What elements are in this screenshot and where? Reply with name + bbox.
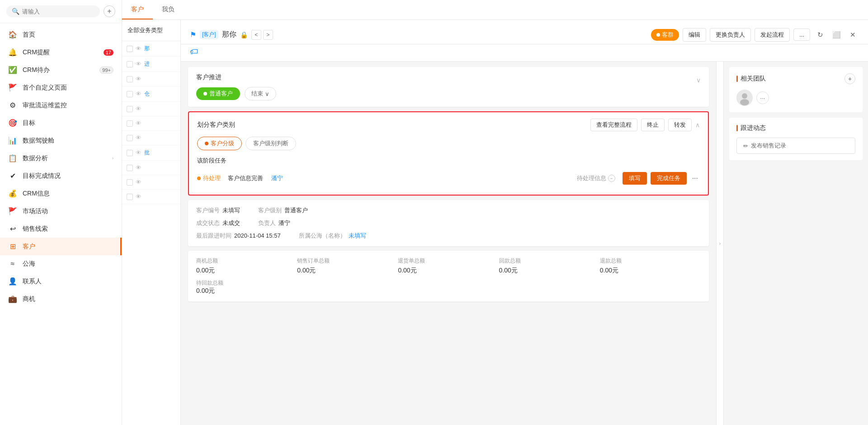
nav-icon-custom-page: 🚩	[8, 83, 17, 92]
team-title-label: 相关团队	[741, 75, 766, 83]
progress-collapse-icon[interactable]: ∨	[696, 76, 701, 84]
flow-step-1[interactable]: 客户级别判断	[245, 137, 296, 150]
row-checkbox-3[interactable]	[127, 91, 133, 97]
field-customer-level: 客户级别 普通客户	[258, 206, 308, 215]
add-member-button[interactable]: +	[844, 73, 855, 84]
task-more-button-0[interactable]: ···	[690, 173, 700, 183]
sidebar-item-sea[interactable]: ≈ 公海	[0, 255, 122, 272]
panel-collapse-button[interactable]: ›	[716, 62, 723, 425]
search-box[interactable]: 🔍	[6, 5, 100, 17]
flow-task-section: 该阶段任务 待处理 客户信息完善 潘宁 待处理信息	[197, 157, 700, 188]
sidebar-item-data-analysis[interactable]: 📋 数据分析 ›	[0, 149, 122, 167]
row-checkbox-7[interactable]	[127, 150, 133, 156]
row-checkbox-1[interactable]	[127, 61, 133, 67]
sidebar-item-target-completion[interactable]: ✔ 目标完成情况	[0, 167, 122, 185]
detail-title: 那你	[222, 30, 236, 39]
expand-button[interactable]: ⬜	[830, 29, 843, 41]
stage-button[interactable]: 普通客户	[196, 87, 240, 100]
row-checkbox-2[interactable]	[127, 76, 133, 82]
next-button[interactable]: >	[263, 30, 273, 40]
nav-label-contacts: 联系人	[23, 277, 113, 286]
flow-header-actions: 查看完整流程 终止 转发 ∧	[590, 119, 700, 131]
nav-label-custom-page: 首个自定义页面	[23, 84, 113, 92]
more-actions-button[interactable]: ...	[793, 29, 810, 41]
team-member-row: ···	[736, 90, 855, 106]
row-checkbox-4[interactable]	[127, 106, 133, 112]
forward-flow-button[interactable]: 转发	[668, 119, 692, 131]
row-link-3[interactable]: 仓	[144, 90, 176, 98]
refresh-button[interactable]: ↻	[814, 29, 826, 41]
sidebar-item-custom-page[interactable]: 🚩 首个自定义页面	[0, 79, 122, 96]
nav-icon-customer: ⊞	[8, 242, 17, 251]
sidebar-item-crm-remind[interactable]: 🔔 CRM提醒 17	[0, 43, 122, 61]
stat-item-3: 回款总额 0.00元	[499, 257, 600, 275]
row-checkbox-0[interactable]	[127, 46, 133, 52]
customer-label: [客户]	[200, 30, 218, 39]
task-info-label-0: 待处理信息	[577, 174, 606, 182]
change-owner-button[interactable]: 更换负责人	[710, 28, 751, 42]
sidebar-item-crm-info[interactable]: 💰 CRM信息	[0, 185, 122, 202]
flow-collapse-icon[interactable]: ∧	[695, 121, 700, 129]
stat-item-0: 商机总额 0.00元	[196, 257, 297, 275]
row-checkbox-6[interactable]	[127, 135, 133, 141]
publish-sales-record-button[interactable]: ✏ 发布销售记录	[736, 138, 855, 154]
sidebar-item-home[interactable]: 🏠 首页	[0, 26, 122, 43]
sidebar-item-data-cockpit[interactable]: 📊 数据驾驶舱	[0, 132, 122, 149]
prev-button[interactable]: <	[251, 30, 261, 40]
nav-label-data-analysis: 数据分析	[23, 154, 107, 162]
row-link-7[interactable]: 批	[144, 149, 176, 157]
task-assignee-0[interactable]: 潘宁	[271, 174, 570, 182]
search-input[interactable]	[22, 8, 94, 15]
end-button[interactable]: 结束 ∨	[245, 87, 276, 100]
team-section: 相关团队 + ···	[729, 67, 863, 112]
member-more-button[interactable]: ···	[756, 91, 769, 104]
close-button[interactable]: ✕	[846, 29, 859, 41]
tab-customer[interactable]: 客户	[122, 0, 153, 19]
add-button[interactable]: +	[104, 5, 115, 17]
row-link-0[interactable]: 那	[144, 45, 176, 53]
list-filter[interactable]: 全部业务类型	[122, 20, 180, 41]
row-link-1[interactable]: 进	[144, 60, 176, 68]
sidebar-item-workflow[interactable]: ⚙ 审批流运维监控	[0, 96, 122, 114]
sidebar-item-contacts[interactable]: 👤 联系人	[0, 272, 122, 290]
field-label-customer-id: 客户编号	[196, 206, 220, 215]
info-row-2: 最后跟进时间 2020-11-04 15:57 所属公海（名称） 未填写	[196, 232, 701, 240]
sidebar-item-market[interactable]: 🚩 市场活动	[0, 202, 122, 220]
sidebar-item-leads[interactable]: ↩ 销售线索	[0, 220, 122, 238]
stat-item-4: 退款总额 0.00元	[600, 257, 701, 275]
start-flow-button[interactable]: 发起流程	[755, 28, 790, 42]
flow-step-0[interactable]: 客户分级	[197, 137, 242, 150]
tag-button[interactable]: 客群	[651, 29, 679, 41]
field-label-owner: 负责人	[258, 219, 276, 227]
task-name-0: 客户信息完善	[228, 174, 264, 182]
row-eye-icon-6: 👁	[136, 134, 142, 141]
list-row-0: 👁 那	[122, 41, 180, 57]
progress-card: 客户推进 ∨ 普通客户 结束 ∨	[188, 67, 709, 107]
nav-icon-target-completion: ✔	[8, 172, 17, 180]
list-row-10: 👁	[122, 190, 180, 204]
filter-button[interactable]: 全部业务类型	[127, 24, 175, 36]
orange-bar-2	[736, 125, 738, 131]
nav-label-crm-info: CRM信息	[23, 190, 113, 198]
nav-label-crm-todo: CRM待办	[23, 66, 94, 74]
edit-button[interactable]: 编辑	[683, 28, 706, 42]
row-eye-icon-3: 👁	[136, 91, 142, 97]
tab-my-charge[interactable]: 我负	[153, 0, 184, 19]
stat-label-3: 回款总额	[499, 257, 600, 265]
sidebar-item-customer[interactable]: ⊞ 客户	[0, 238, 122, 255]
activity-section-title: 跟进动态	[736, 124, 766, 132]
view-full-flow-button[interactable]: 查看完整流程	[590, 119, 637, 131]
info-row-1: 成交状态 未成交 负责人 潘宁	[196, 219, 701, 227]
stats-card: 商机总额 0.00元 销售订单总额 0.00元 退货单总额 0.00元	[188, 251, 709, 301]
sidebar-item-target[interactable]: 🎯 目标	[0, 114, 122, 132]
row-checkbox-5[interactable]	[127, 120, 133, 127]
sidebar-item-crm-todo[interactable]: ✅ CRM待办 99+	[0, 61, 122, 79]
complete-button-0[interactable]: 完成任务	[651, 172, 687, 185]
content-area: 全部业务类型 👁 那 👁 进 👁 👁 仓 👁 👁 👁 👁 批	[122, 20, 868, 425]
row-checkbox-8[interactable]	[127, 165, 133, 171]
row-checkbox-10[interactable]	[127, 194, 133, 200]
sidebar-item-business[interactable]: 💼 商机	[0, 290, 122, 308]
stop-flow-button[interactable]: 终止	[641, 119, 665, 131]
row-checkbox-9[interactable]	[127, 179, 133, 186]
fill-button-0[interactable]: 填写	[623, 172, 647, 185]
